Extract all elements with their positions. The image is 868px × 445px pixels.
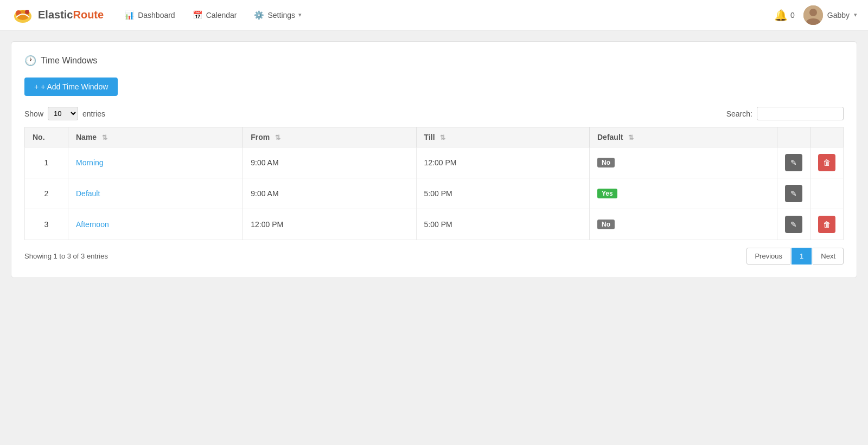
table-row: 3 Afternoon 12:00 PM 5:00 PM No ✎ 🗑 (25, 209, 844, 240)
nav-right: 🔔 0 Gabby ▾ (774, 5, 857, 25)
nav-links: 📊 Dashboard 📅 Calendar ⚙️ Settings ▾ (117, 6, 774, 24)
navbar: ElasticRoute 📊 Dashboard 📅 Calendar ⚙️ S… (0, 0, 868, 30)
table-footer: Showing 1 to 3 of 3 entries Previous 1 N… (24, 248, 844, 265)
notification-button[interactable]: 🔔 0 (774, 9, 795, 22)
name-link[interactable]: Default (76, 189, 100, 198)
card-header: 🕐 Time Windows (24, 55, 844, 67)
delete-button[interactable]: 🗑 (818, 154, 835, 171)
nav-dashboard[interactable]: 📊 Dashboard (117, 6, 183, 24)
show-label: Show (24, 109, 43, 118)
table-controls: Show 10 25 50 100 entries Search: (24, 107, 844, 120)
edit-icon: ✎ (790, 158, 797, 167)
col-edit-actions (777, 127, 810, 147)
search-input[interactable] (757, 107, 844, 120)
default-badge: No (597, 220, 615, 229)
row-name: Default (68, 178, 243, 209)
delete-cell (810, 178, 844, 209)
row-no: 3 (25, 209, 68, 240)
row-from: 9:00 AM (243, 178, 416, 209)
calendar-icon: 📅 (193, 10, 203, 20)
default-sort-icon: ⇅ (628, 134, 634, 141)
row-no: 2 (25, 178, 68, 209)
svg-point-5 (809, 9, 817, 16)
bell-icon: 🔔 (774, 9, 788, 22)
table-body: 1 Morning 9:00 AM 12:00 PM No ✎ 🗑 2 Defa… (25, 147, 844, 240)
row-name: Afternoon (68, 209, 243, 240)
time-windows-table: No. Name ⇅ From ⇅ Till ⇅ Default ⇅ 1 Mor… (24, 127, 844, 240)
pagination: Previous 1 Next (746, 248, 844, 265)
avatar (803, 5, 823, 25)
edit-icon: ✎ (790, 189, 797, 198)
table-header: No. Name ⇅ From ⇅ Till ⇅ Default ⇅ (25, 127, 844, 147)
search-label: Search: (726, 109, 752, 118)
add-time-window-button[interactable]: + + Add Time Window (24, 78, 118, 96)
edit-button[interactable]: ✎ (785, 216, 802, 233)
previous-button[interactable]: Previous (746, 248, 790, 265)
col-from[interactable]: From ⇅ (243, 127, 416, 147)
brand: ElasticRoute (11, 5, 104, 25)
notification-count: 0 (790, 11, 795, 20)
name-link[interactable]: Morning (76, 158, 104, 167)
edit-button[interactable]: ✎ (785, 154, 802, 171)
trash-icon: 🗑 (823, 220, 831, 229)
default-badge: No (597, 158, 615, 167)
user-menu-button[interactable]: Gabby ▾ (803, 5, 857, 25)
next-button[interactable]: Next (813, 248, 844, 265)
main-content: 🕐 Time Windows + + Add Time Window Show … (0, 30, 868, 289)
till-sort-icon: ⇅ (440, 134, 445, 141)
col-till[interactable]: Till ⇅ (416, 127, 589, 147)
nav-settings[interactable]: ⚙️ Settings ▾ (246, 6, 309, 24)
row-from: 12:00 PM (243, 209, 416, 240)
settings-chevron-icon: ▾ (298, 11, 302, 18)
time-windows-card: 🕐 Time Windows + + Add Time Window Show … (11, 41, 857, 278)
showing-text: Showing 1 to 3 of 3 entries (24, 252, 108, 260)
entries-label: entries (82, 109, 105, 118)
row-from: 9:00 AM (243, 147, 416, 178)
col-name[interactable]: Name ⇅ (68, 127, 243, 147)
entries-select[interactable]: 10 25 50 100 (48, 107, 78, 120)
clock-icon: 🕐 (24, 55, 36, 67)
row-default: No (589, 147, 777, 178)
col-delete-actions (810, 127, 844, 147)
dashboard-icon: 📊 (124, 10, 135, 20)
show-entries-control: Show 10 25 50 100 entries (24, 107, 105, 120)
edit-cell: ✎ (777, 209, 810, 240)
delete-cell: 🗑 (810, 147, 844, 178)
plus-icon: + (34, 82, 39, 91)
col-default[interactable]: Default ⇅ (589, 127, 777, 147)
row-default: No (589, 209, 777, 240)
user-chevron-icon: ▾ (854, 11, 857, 18)
row-till: 12:00 PM (416, 147, 589, 178)
user-name: Gabby (827, 11, 850, 20)
search-box: Search: (726, 107, 844, 120)
col-no: No. (25, 127, 68, 147)
brand-text: ElasticRoute (38, 9, 104, 21)
delete-cell: 🗑 (810, 209, 844, 240)
nav-calendar[interactable]: 📅 Calendar (185, 6, 245, 24)
settings-icon: ⚙️ (254, 10, 264, 20)
edit-icon: ✎ (790, 220, 797, 229)
name-sort-icon: ⇅ (102, 134, 107, 141)
delete-button[interactable]: 🗑 (818, 216, 835, 233)
table-row: 1 Morning 9:00 AM 12:00 PM No ✎ 🗑 (25, 147, 844, 178)
default-badge: Yes (597, 189, 617, 198)
from-sort-icon: ⇅ (275, 134, 280, 141)
row-till: 5:00 PM (416, 209, 589, 240)
trash-icon: 🗑 (823, 158, 831, 167)
table-row: 2 Default 9:00 AM 5:00 PM Yes ✎ (25, 178, 844, 209)
brand-logo-icon (11, 5, 35, 25)
edit-cell: ✎ (777, 178, 810, 209)
svg-point-3 (25, 10, 29, 14)
page-1-button[interactable]: 1 (792, 248, 812, 265)
edit-button[interactable]: ✎ (785, 185, 802, 202)
row-default: Yes (589, 178, 777, 209)
edit-cell: ✎ (777, 147, 810, 178)
name-link[interactable]: Afternoon (76, 220, 109, 229)
row-no: 1 (25, 147, 68, 178)
row-till: 5:00 PM (416, 178, 589, 209)
row-name: Morning (68, 147, 243, 178)
page-title: Time Windows (41, 56, 97, 66)
